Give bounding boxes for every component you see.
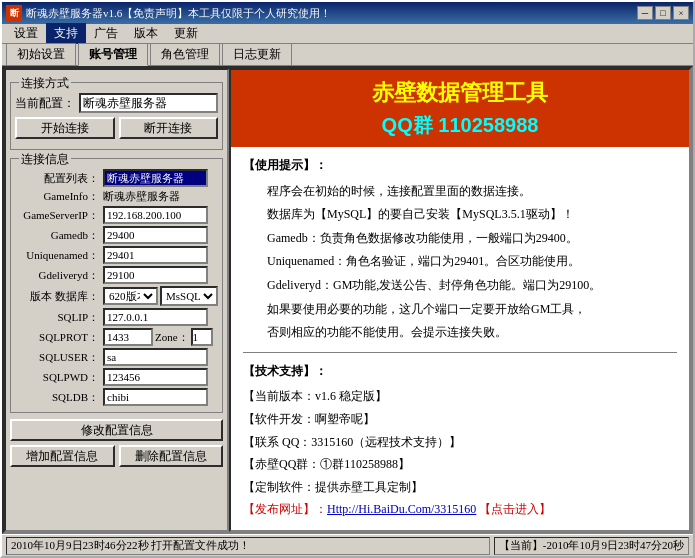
dbtype-select[interactable]: MsSQL库 — [160, 286, 218, 306]
sqlip-input[interactable] — [103, 308, 208, 326]
gameinfo-label: GameInfo： — [13, 189, 103, 204]
gamedb-row: Gamedb： — [13, 226, 220, 244]
config-list-input[interactable] — [103, 169, 208, 187]
hint-p5: Gdeliveryd：GM功能,发送公告、封停角色功能。端口为29100。 — [243, 275, 677, 297]
uniquenamed-input[interactable] — [103, 246, 208, 264]
menu-support[interactable]: 支持 — [46, 23, 86, 44]
status-left-text: 2010年10月9日23时46分22秒 打开配置文件成功！ — [11, 538, 250, 553]
title-controls: ─ □ × — [637, 6, 689, 20]
sqlport-label: SQLPROT： — [13, 330, 103, 345]
status-right-text: 【当前】-2010年10月9日23时47分20秒 — [499, 538, 684, 553]
menu-version[interactable]: 版本 — [126, 23, 166, 44]
status-left: 2010年10月9日23时46分22秒 打开配置文件成功！ — [6, 537, 490, 555]
connect-button[interactable]: 开始连接 — [15, 117, 115, 139]
menu-update[interactable]: 更新 — [166, 23, 206, 44]
gameinfo-value: 断魂赤壁服务器 — [103, 189, 180, 204]
modify-button[interactable]: 修改配置信息 — [10, 419, 223, 441]
right-header: 赤壁数据管理工具 QQ群 110258988 — [231, 70, 689, 147]
tab-bar: 初始设置 账号管理 角色管理 日志更新 — [2, 44, 693, 66]
config-list-row: 配置列表： — [13, 169, 220, 187]
window-title: 断魂赤壁服务器v1.6【免责声明】本工具仅限于个人研究使用！ — [26, 6, 331, 21]
sqlpwd-label: SQLPWD： — [13, 370, 103, 385]
gamedb-label: Gamedb： — [13, 228, 103, 243]
gameserverip-row: GameServerIP： — [13, 206, 220, 224]
sqlip-label: SQLIP： — [13, 310, 103, 325]
uniquenamed-row: Uniquenamed： — [13, 246, 220, 264]
maximize-button[interactable]: □ — [655, 6, 671, 20]
sqluser-row: SQLUSER： — [13, 348, 220, 366]
config-row: 当前配置： 断魂赤壁服务器 — [15, 93, 218, 113]
connect-group: 连接方式 当前配置： 断魂赤壁服务器 开始连接 断开连接 — [10, 82, 223, 150]
status-right: 【当前】-2010年10月9日23时47分20秒 — [494, 537, 689, 555]
tech-row-3: 【赤壁QQ群：①群110258988】 — [243, 454, 677, 476]
tech-title: 【技术支持】： — [243, 361, 677, 383]
delete-config-button[interactable]: 删除配置信息 — [119, 445, 224, 467]
gameserverip-input[interactable] — [103, 206, 208, 224]
sqluser-input[interactable] — [103, 348, 208, 366]
tech-row-0: 【当前版本：v1.6 稳定版】 — [243, 386, 677, 408]
config-select-wrapper: 断魂赤壁服务器 — [79, 93, 218, 113]
hint-p6: 如果要使用必要的功能，这几个端口一定要开放给GM工具， — [243, 299, 677, 321]
sqldb-input[interactable] — [103, 388, 208, 406]
sqluser-label: SQLUSER： — [13, 350, 103, 365]
minimize-button[interactable]: ─ — [637, 6, 653, 20]
window-frame: 断 断魂赤壁服务器v1.6【免责声明】本工具仅限于个人研究使用！ ─ □ × 设… — [0, 0, 695, 558]
gameinfo-row: GameInfo： 断魂赤壁服务器 — [13, 189, 220, 204]
info-group-title: 连接信息 — [19, 151, 71, 168]
config-select[interactable]: 断魂赤壁服务器 — [79, 93, 218, 113]
right-panel: 赤壁数据管理工具 QQ群 110258988 【使用提示】： 程序会在初始的时候… — [229, 68, 691, 532]
qq-line: QQ群 110258988 — [243, 112, 677, 139]
hint-p3: Gamedb：负责角色数据修改功能使用，一般端口为29400。 — [243, 228, 677, 250]
menu-settings[interactable]: 设置 — [6, 23, 46, 44]
zone-label: Zone： — [153, 330, 191, 345]
tab-account[interactable]: 账号管理 — [78, 43, 148, 66]
add-config-button[interactable]: 增加配置信息 — [10, 445, 115, 467]
sqlpwd-row: SQLPWD： — [13, 368, 220, 386]
sqlport-row: SQLPROT： Zone： — [13, 328, 220, 346]
tech-row-4: 【定制软件：提供赤壁工具定制】 — [243, 477, 677, 499]
version-db-row: 620版本 MsSQL库 — [103, 286, 218, 306]
hint-p4: Uniquenamed：角色名验证，端口为29401。合区功能使用。 — [243, 251, 677, 273]
uniquenamed-label: Uniquenamed： — [13, 248, 103, 263]
left-panel: 连接方式 当前配置： 断魂赤壁服务器 开始连接 断开连接 连接信息 — [4, 68, 229, 532]
right-header-title: 赤壁数据管理工具 — [243, 78, 677, 108]
menu-ads[interactable]: 广告 — [86, 23, 126, 44]
sqlpwd-input[interactable] — [103, 368, 208, 386]
app-icon: 断 — [6, 5, 22, 21]
tech-row-1: 【软件开发：啊塑帝呢】 — [243, 409, 677, 431]
title-bar-text: 断 断魂赤壁服务器v1.6【免责声明】本工具仅限于个人研究使用！ — [6, 5, 331, 21]
hint-p2: 数据库为【MySQL】的要自己安装【MySQL3.5.1驱动】！ — [243, 204, 677, 226]
sqlport-input[interactable] — [103, 328, 153, 346]
config-list-label: 配置列表： — [13, 171, 103, 186]
gamedb-input[interactable] — [103, 226, 208, 244]
sqldb-row: SQLDB： — [13, 388, 220, 406]
version-row: 版本 数据库： 620版本 MsSQL库 — [13, 286, 220, 306]
hint-p1: 程序会在初始的时候，连接配置里面的数据连接。 — [243, 181, 677, 203]
current-config-label: 当前配置： — [15, 95, 75, 112]
version-label: 版本 数据库： — [13, 289, 103, 304]
gdeliveryd-row: Gdeliveryd： — [13, 266, 220, 284]
hint-p7: 否则相应的功能不能使用。会提示连接失败。 — [243, 322, 677, 344]
title-bar: 断 断魂赤壁服务器v1.6【免责声明】本工具仅限于个人研究使用！ ─ □ × — [2, 2, 693, 24]
hint-block: 【使用提示】： 程序会在初始的时候，连接配置里面的数据连接。 数据库为【MySQ… — [243, 155, 677, 344]
tab-role[interactable]: 角色管理 — [150, 43, 220, 65]
connect-group-title: 连接方式 — [19, 75, 71, 92]
right-body: 【使用提示】： 程序会在初始的时候，连接配置里面的数据连接。 数据库为【MySQ… — [231, 147, 689, 530]
version-select[interactable]: 620版本 — [103, 287, 158, 305]
tab-log[interactable]: 日志更新 — [222, 43, 292, 65]
tech-row-5: 【发布网址】：Http://Hi.BaiDu.Com/3315160 【点击进入… — [243, 499, 677, 521]
sqlip-row: SQLIP： — [13, 308, 220, 326]
menu-bar: 设置 支持 广告 版本 更新 — [2, 24, 693, 44]
gameserverip-label: GameServerIP： — [13, 208, 103, 223]
disconnect-button[interactable]: 断开连接 — [119, 117, 219, 139]
tech-block: 【技术支持】： 【当前版本：v1.6 稳定版】 【软件开发：啊塑帝呢】 【联系 … — [243, 361, 677, 521]
close-button[interactable]: × — [673, 6, 689, 20]
main-content: 连接方式 当前配置： 断魂赤壁服务器 开始连接 断开连接 连接信息 — [2, 66, 693, 534]
gdeliveryd-label: Gdeliveryd： — [13, 268, 103, 283]
connect-buttons: 开始连接 断开连接 — [15, 117, 218, 139]
sqldb-label: SQLDB： — [13, 390, 103, 405]
tab-init[interactable]: 初始设置 — [6, 43, 76, 65]
action-buttons: 修改配置信息 增加配置信息 删除配置信息 — [10, 419, 223, 467]
zone-input[interactable] — [191, 328, 213, 346]
gdeliveryd-input[interactable] — [103, 266, 208, 284]
